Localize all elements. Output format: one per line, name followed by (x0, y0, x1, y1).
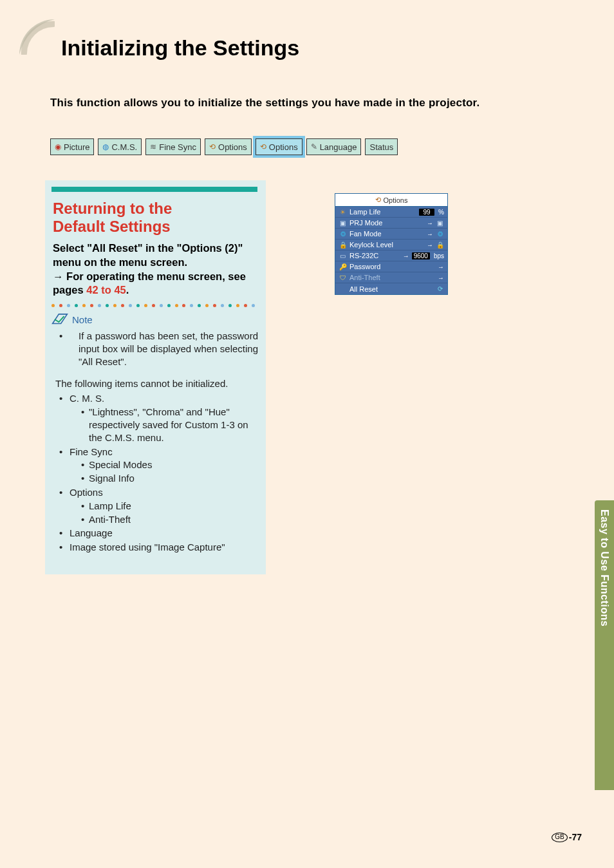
note-label: Note (72, 314, 93, 325)
tab-cms[interactable]: ◍ C.M.S. (98, 138, 142, 155)
tab-options-1[interactable]: ⟲ Options (205, 138, 252, 155)
port-icon: ▭ (339, 252, 347, 259)
tab-label: Options (218, 142, 247, 152)
prj-icon: ▣ (339, 220, 347, 227)
osd-row-keylock[interactable]: 🔒 Keylock Level → 🔒 (335, 240, 447, 250)
osd-options-menu: ⟲ Options ☀ Lamp Life 99 % ▣ PRJ Mode → … (335, 193, 448, 295)
item-signal-info: Signal Info (81, 472, 259, 485)
item-anti-theft: Anti-Theft (81, 513, 259, 526)
tab-fine-sync[interactable]: ≋ Fine Sync (145, 138, 201, 155)
item-language: Language (62, 527, 259, 540)
intro-text: This function allows you to initialize t… (50, 97, 479, 109)
menu-tab-strip: ◉ Picture ◍ C.M.S. ≋ Fine Sync ⟲ Options… (50, 138, 398, 155)
tab-picture[interactable]: ◉ Picture (50, 138, 94, 155)
tab-options-2[interactable]: ⟲ Options (256, 138, 302, 155)
reset-icon: ⟳ (436, 285, 444, 292)
corner-decoration (19, 19, 55, 55)
side-tab-label: Easy to Use Functions (599, 509, 610, 627)
osd-row-lamp-life[interactable]: ☀ Lamp Life 99 % (335, 207, 447, 218)
cannot-init-text: The following items cannot be initialize… (55, 377, 258, 390)
osd-row-rs232c[interactable]: ▭ RS-232C → 9600 bps (335, 250, 447, 261)
note-heading: Note (51, 313, 259, 326)
lock-icon: 🔒 (339, 241, 347, 249)
item-finesync: Fine Sync Special Modes Signal Info (62, 446, 259, 485)
tab-language[interactable]: ✎ Language (306, 138, 362, 155)
lamp-icon: ☀ (339, 209, 347, 216)
note-icon (51, 313, 68, 326)
tab-label: C.M.S. (111, 142, 137, 152)
tab-label: Status (369, 142, 393, 152)
tab-label: Picture (64, 142, 89, 152)
instruction-text: Select "All Reset" in the "Options (2)" … (53, 241, 258, 297)
page-lang-badge: GB (552, 833, 567, 842)
fan-icon: ❂ (339, 231, 347, 238)
osd-row-anti-theft[interactable]: 🛡 Anti-Theft → (335, 272, 447, 283)
page-title: Initializing the Settings (61, 35, 299, 61)
item-lamp-life: Lamp Life (81, 500, 259, 513)
item-cms: C. M. S. "Lightness", "Chroma" and "Hue"… (62, 392, 259, 444)
item-cms-sub: "Lightness", "Chroma" and "Hue" respecti… (81, 406, 259, 444)
cms-icon: ◍ (102, 142, 109, 151)
shield-icon: 🛡 (339, 274, 347, 281)
sync-icon: ≋ (150, 142, 156, 151)
osd-menu-title: ⟲ Options (335, 194, 447, 207)
osd-row-all-reset[interactable]: All Reset ⟳ (335, 283, 447, 294)
prj-value-icon: ▣ (436, 220, 444, 227)
key-icon: 🔑 (339, 263, 347, 270)
note-password-text: If a password has been set, the password… (79, 330, 258, 368)
content-column: Returning to the Default Settings Select… (45, 180, 266, 574)
item-options: Options Lamp Life Anti-Theft (62, 486, 259, 525)
lock-value-icon: 🔒 (436, 241, 444, 249)
dot-divider (51, 304, 256, 308)
item-special-modes: Special Modes (81, 458, 259, 471)
page-number: GB -77 (552, 832, 582, 842)
options-icon: ⟲ (260, 142, 266, 151)
picture-icon: ◉ (55, 142, 61, 151)
options-icon: ⟲ (209, 142, 216, 151)
tab-label: Fine Sync (159, 142, 196, 152)
osd-row-prj-mode[interactable]: ▣ PRJ Mode → ▣ (335, 218, 447, 229)
tab-label: Language (320, 142, 357, 152)
side-section-tab: Easy to Use Functions (595, 500, 614, 790)
item-image-capture: Image stored using "Image Capture" (62, 541, 259, 554)
tab-label: Options (269, 142, 298, 152)
tab-status[interactable]: Status (365, 138, 398, 155)
osd-row-password[interactable]: 🔑 Password → (335, 261, 447, 272)
accent-bar (51, 187, 257, 192)
section-heading: Returning to the Default Settings (53, 200, 259, 235)
page-ref-link[interactable]: 42 to 45 (86, 284, 126, 296)
options-icon: ⟲ (375, 196, 381, 204)
fan-value-icon: ❂ (436, 231, 444, 238)
language-icon: ✎ (311, 142, 317, 151)
osd-row-fan-mode[interactable]: ❂ Fan Mode → ❂ (335, 229, 447, 240)
